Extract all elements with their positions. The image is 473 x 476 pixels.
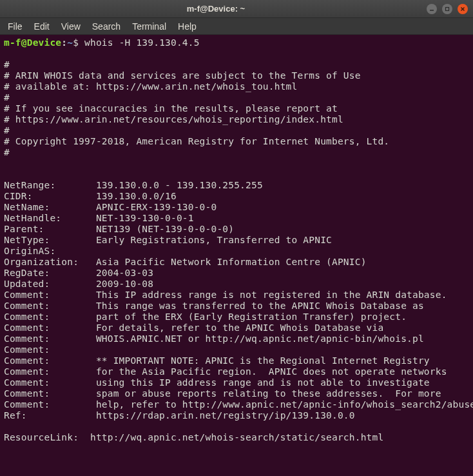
prompt-user-host: m-f@Device [4,37,61,48]
command-text: whois -H 139.130.4.5 [84,37,200,48]
window-controls [427,4,468,14]
minimize-icon [429,6,434,12]
minimize-button[interactable] [427,4,437,14]
menu-file[interactable]: File [3,19,28,34]
close-button[interactable] [458,4,468,14]
prompt-dollar: $ [73,37,84,48]
menu-edit[interactable]: Edit [29,19,55,34]
window-title: m-f@Device: ~ [5,4,427,14]
window-titlebar: m-f@Device: ~ [0,0,473,18]
maximize-icon [445,6,450,12]
menu-help[interactable]: Help [173,19,202,34]
terminal-output: # # ARIN WHOIS data and services are sub… [4,59,473,442]
svg-rect-1 [446,7,449,10]
menu-terminal[interactable]: Terminal [127,19,171,34]
close-icon [460,6,465,12]
prompt-path: ~ [67,37,73,48]
prompt-colon: : [61,37,67,48]
maximize-button[interactable] [442,4,452,14]
menubar: File Edit View Search Terminal Help [0,18,473,35]
menu-search[interactable]: Search [87,19,126,34]
menu-view[interactable]: View [56,19,86,34]
terminal-content[interactable]: m-f@Device:~$ whois -H 139.130.4.5 # # A… [0,35,473,476]
